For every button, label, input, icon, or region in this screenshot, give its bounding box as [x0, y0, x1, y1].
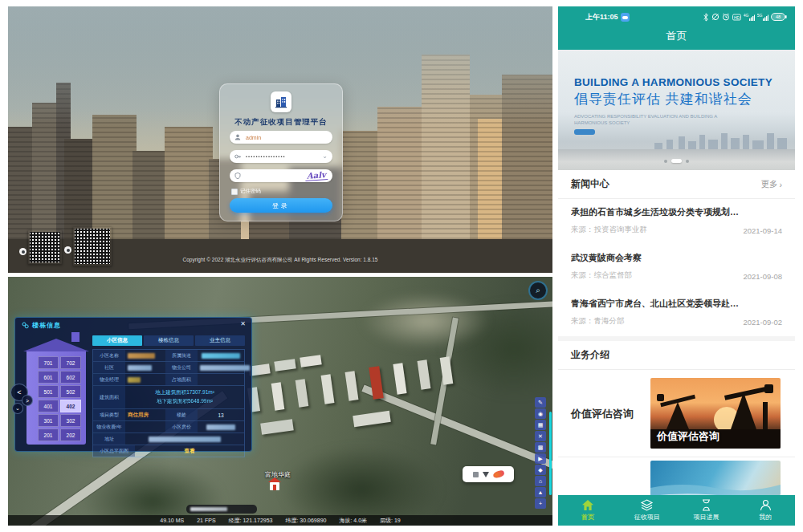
- field-label: 物业收费/年: [93, 421, 125, 433]
- unit-cell[interactable]: 701: [38, 356, 59, 369]
- user-icon: [234, 134, 241, 140]
- password-input[interactable]: [244, 153, 322, 160]
- toolbar-north-icon[interactable]: ▲: [535, 487, 546, 497]
- carousel-dots: [558, 159, 795, 163]
- status-latency: 49.10 MS: [160, 518, 184, 523]
- panel-title: 楼栋信息: [32, 321, 61, 330]
- toolbar-home-icon[interactable]: ⌂: [535, 476, 546, 486]
- tab-mine[interactable]: 我的: [736, 495, 795, 526]
- news-source: 来源：青海分部: [571, 316, 625, 327]
- tab-building-info[interactable]: 楼栋信息: [144, 335, 194, 346]
- map-3d-view[interactable]: ⌕ ✎ ◉ ▦ ✕ ▩ ▶ ◆ ⌂ ▲ + 楼栋信息 ✕: [8, 277, 552, 526]
- news-more-link[interactable]: 更多›: [761, 179, 783, 190]
- hd-badge-icon: HD: [732, 14, 741, 21]
- map-building-block: [271, 382, 285, 410]
- business-item-image: 价值评估咨询: [650, 378, 781, 449]
- news-item[interactable]: 承担的石首市城乡生活垃圾分类专项规划… 来源：投资咨询事业群 2021-09-1…: [558, 199, 795, 246]
- tab-community-info[interactable]: 小区信息: [92, 335, 142, 346]
- battery-icon: 48: [771, 13, 787, 21]
- map-marker-cluster[interactable]: [463, 466, 514, 482]
- close-icon[interactable]: ✕: [240, 320, 246, 327]
- unit-cell[interactable]: 501: [38, 385, 59, 398]
- toolbar-locate-icon[interactable]: ◉: [535, 408, 546, 419]
- tab-project-progress[interactable]: 项目进展: [677, 495, 736, 526]
- tab-home[interactable]: 首页: [558, 495, 618, 526]
- unit-cell[interactable]: 502: [60, 385, 81, 398]
- news-item[interactable]: 武汉黄陂商会考察 来源：综合监督部 2021-09-08: [558, 245, 795, 291]
- rotate-down-button[interactable]: ⌄: [12, 403, 23, 414]
- tab-owner-info[interactable]: 业主信息: [195, 335, 245, 346]
- building-body: 701 702 601 602 501 502 401 402 301 302 …: [26, 351, 86, 445]
- status-time: 上午11:05: [585, 12, 618, 22]
- login-button[interactable]: 登录: [230, 198, 332, 213]
- unit-cell-selected[interactable]: 402: [60, 400, 81, 412]
- toolbar-layers-icon[interactable]: ▦: [535, 420, 546, 430]
- app-logo-icon: [271, 91, 291, 112]
- news-date: 2021-09-14: [743, 226, 782, 235]
- banner-subheading: ADVOCATING RESPONSIBILITY EVALUATION AND…: [574, 113, 743, 126]
- build-area-below: 地下建筑面积5648.99m²: [157, 398, 213, 405]
- business-item-label: 价值评估咨询: [571, 407, 634, 421]
- map-building-block: [260, 419, 294, 434]
- status-longitude: 经度: 121.172953: [229, 517, 273, 525]
- svg-text:48: 48: [776, 14, 781, 19]
- banner-button[interactable]: [574, 129, 595, 135]
- toolbar-grid-icon[interactable]: ▩: [535, 442, 546, 453]
- remember-row: 记住密码: [231, 188, 261, 195]
- news-item[interactable]: 青海省西宁市虎台、北山社区党委领导赴… 来源：青海分部 2021-09-02: [558, 290, 795, 337]
- mute-icon: [711, 13, 719, 21]
- toolbar-measure-icon[interactable]: ✎: [535, 397, 546, 408]
- carousel-dot-active[interactable]: [671, 159, 682, 163]
- info-tabs: 小区信息 楼栋信息 业主信息: [92, 335, 245, 346]
- username-input[interactable]: [244, 134, 328, 141]
- field-label: 占地面积: [165, 374, 198, 385]
- unit-cell[interactable]: 301: [38, 414, 59, 427]
- news-title: 承担的石首市城乡生活垃圾分类专项规划…: [571, 206, 782, 218]
- status-icons: HD 4G 5G 48: [703, 13, 787, 22]
- field-label: 楼龄: [165, 409, 198, 420]
- toolbar-clear-icon[interactable]: ✕: [535, 431, 546, 441]
- screenshot-composite: 不动产征收项目管理平台 ⌄ Aalv: [0, 0, 803, 532]
- unit-grid: 701 702 601 602 501 502 401 402 301 302 …: [38, 356, 81, 441]
- unit-cell[interactable]: 702: [60, 356, 81, 369]
- tab-expropriation-projects[interactable]: 征收项目: [618, 495, 677, 526]
- map-search-button[interactable]: ⌕: [528, 281, 548, 300]
- svg-text:5G: 5G: [757, 13, 762, 18]
- unit-cell[interactable]: 302: [60, 414, 81, 427]
- toolbar-zoom-in-icon[interactable]: +: [535, 498, 546, 509]
- map-building-block: [274, 359, 296, 372]
- unit-cell[interactable]: 202: [60, 428, 81, 441]
- captcha-field-wrap: Aalv: [230, 169, 332, 182]
- bluetooth-icon: [703, 13, 709, 22]
- field-value-redacted: [125, 433, 244, 445]
- field-label: 小区总平面图: [93, 445, 135, 457]
- carousel-dot[interactable]: [686, 160, 689, 163]
- rotate-right-button[interactable]: >: [22, 395, 33, 406]
- captcha-image[interactable]: Aalv: [305, 171, 328, 181]
- business-item[interactable]: 价值评估咨询 价值评估咨询: [558, 370, 795, 457]
- unit-cell[interactable]: 601: [38, 371, 59, 384]
- news-date: 2021-09-08: [743, 272, 782, 281]
- remember-checkbox[interactable]: [231, 189, 238, 195]
- toolbar-fly-icon[interactable]: ▶: [535, 453, 546, 464]
- field-value-redacted: [125, 374, 165, 385]
- captcha-input[interactable]: [244, 173, 305, 180]
- toolbar-mark-icon[interactable]: ◆: [535, 465, 546, 475]
- map-toolbar: ✎ ◉ ▦ ✕ ▩ ▶ ◆ ⌂ ▲ +: [535, 397, 546, 509]
- house-marker-icon[interactable]: [270, 482, 279, 490]
- unit-cell[interactable]: 401: [38, 400, 59, 412]
- unit-cell[interactable]: 602: [60, 371, 81, 384]
- field-label: 建筑面积: [93, 386, 125, 408]
- unit-cell[interactable]: 201: [38, 428, 59, 441]
- show-password-icon[interactable]: ⌄: [322, 153, 328, 160]
- field-value-empty: [125, 421, 165, 433]
- copyright-text: Copyright © 2022 湖北永业行评估咨询有限公司 All Right…: [8, 257, 552, 264]
- banner-carousel[interactable]: BUILDING A HARMONIOUS SOCIETY 倡导责任评估 共建和…: [558, 50, 795, 170]
- building-cube-icon: [22, 322, 29, 329]
- svg-text:4G: 4G: [744, 13, 748, 18]
- carousel-dot[interactable]: [664, 160, 667, 163]
- android-icon: [19, 248, 26, 255]
- view-plan-link[interactable]: 查看: [185, 448, 195, 455]
- business-header-title: 业务介绍: [571, 348, 609, 362]
- map-scrollbar[interactable]: [549, 412, 552, 495]
